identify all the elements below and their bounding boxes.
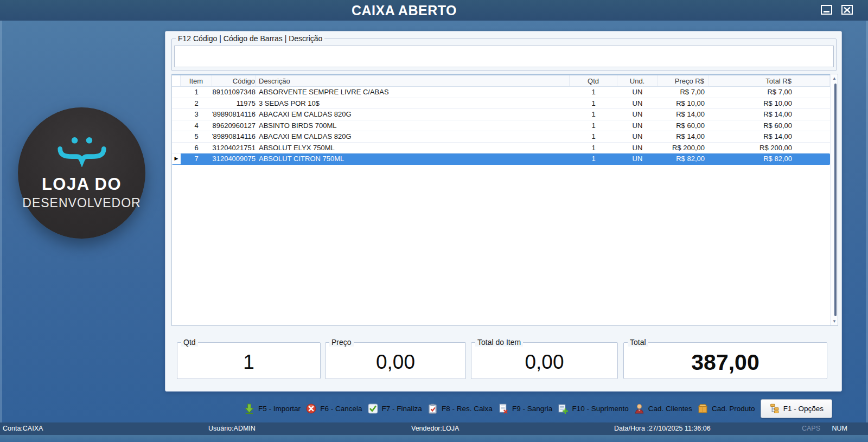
cell-codigo: 731204009075 bbox=[212, 153, 256, 164]
box-icon bbox=[698, 403, 708, 414]
table-row[interactable]: 1789101097348ABSORVENTE SEMPRE LIVRE C/A… bbox=[172, 87, 830, 98]
f7-finaliza-button[interactable]: F7 - Finaliza bbox=[368, 403, 422, 414]
table-row[interactable]: 3789890814116ABACAXI EM CALDAS 820G1UNR$… bbox=[172, 109, 830, 120]
cad-produto-button[interactable]: Cad. Produto bbox=[698, 403, 755, 414]
close-icon[interactable] bbox=[841, 5, 853, 15]
table-row[interactable]: 2119753 SEDAS POR 10$1UNR$ 10,00R$ 10,00 bbox=[172, 98, 830, 110]
items-grid-body: 1789101097348ABSORVENTE SEMPRE LIVRE C/A… bbox=[172, 87, 830, 325]
cell-descricao: ABSINTO BIRDS 700ML bbox=[256, 120, 570, 131]
window-frame-right bbox=[866, 21, 868, 442]
cell-und: UN bbox=[617, 131, 658, 142]
function-toolbar: F5 - ImportarF6 - CancelaF7 - FinalizaF8… bbox=[244, 398, 832, 419]
pos-window: CAIXA ABERTO LOJA DO DESENVOLVEDOR F12 C… bbox=[0, 0, 868, 442]
cell-preco: R$ 200,00 bbox=[658, 143, 709, 153]
barcode-search-input[interactable] bbox=[174, 46, 834, 67]
grand-total-value: 387,00 bbox=[624, 343, 827, 379]
doc-add-icon bbox=[558, 403, 568, 414]
row-indicator bbox=[172, 143, 181, 153]
cell-item: 5 bbox=[181, 131, 212, 142]
cell-preco: R$ 14,00 bbox=[658, 109, 709, 120]
window-frame-left bbox=[0, 21, 2, 442]
import-icon bbox=[244, 403, 254, 414]
cell-qtd: 1 bbox=[570, 98, 617, 109]
cell-und: UN bbox=[617, 109, 658, 120]
cell-preco: R$ 60,00 bbox=[658, 120, 709, 131]
cell-item: 7 bbox=[181, 153, 212, 164]
toolbar-button-label: F9 - Sangria bbox=[512, 405, 552, 413]
column-header-descricao[interactable]: Descrição bbox=[256, 75, 570, 86]
f10-suprimento-button[interactable]: F10 - Suprimento bbox=[558, 403, 628, 414]
f9-sangria-button[interactable]: F9 - Sangria bbox=[498, 403, 552, 414]
clipboard-icon bbox=[427, 403, 438, 414]
column-header-qtd[interactable]: Qtd bbox=[570, 75, 617, 86]
logo-text-primary: LOJA DO bbox=[42, 175, 122, 194]
table-row[interactable]: 6731204021751ABSOLUT ELYX 750ML1UNR$ 200… bbox=[172, 143, 830, 154]
table-row[interactable]: 4789620960127ABSINTO BIRDS 700ML1UNR$ 60… bbox=[172, 120, 830, 132]
cell-descricao: ABACAXI EM CALDAS 820G bbox=[256, 131, 570, 142]
column-header-total[interactable]: Total R$ bbox=[709, 75, 830, 86]
cell-preco: R$ 10,00 bbox=[658, 98, 709, 109]
cell-und: UN bbox=[617, 143, 658, 153]
cell-descricao: ABACAXI EM CALDAS 820G bbox=[256, 109, 570, 120]
cell-preco: R$ 14,00 bbox=[658, 131, 709, 142]
cell-und: UN bbox=[617, 87, 658, 98]
cad-clientes-button[interactable]: Cad. Clientes bbox=[634, 403, 692, 414]
cell-item: 2 bbox=[181, 98, 212, 109]
toolbar-button-label: F8 - Res. Caixa bbox=[442, 405, 493, 413]
cell-descricao: ABSOLUT CITRON 750ML bbox=[256, 153, 570, 164]
column-header-und[interactable]: Und. bbox=[617, 75, 658, 86]
cell-codigo: 789890814116 bbox=[212, 131, 256, 142]
selected-row-arrow-icon: ▶ bbox=[175, 156, 178, 161]
cell-codigo: 789890814116 bbox=[212, 109, 256, 120]
row-indicator bbox=[172, 98, 181, 109]
cell-qtd: 1 bbox=[570, 87, 617, 98]
cell-preco: R$ 7,00 bbox=[658, 87, 709, 98]
status-usuario: Usuário:ADMIN bbox=[208, 425, 256, 432]
barcode-search-label: F12 Código | Código de Barras | Descriçã… bbox=[176, 34, 324, 43]
f1-opcoes-button[interactable]: F1 - Opções bbox=[761, 399, 832, 418]
column-header-preco[interactable]: Preço R$ bbox=[658, 75, 709, 86]
cell-qtd: 1 bbox=[570, 120, 617, 131]
f6-cancela-button[interactable]: F6 - Cancela bbox=[306, 403, 362, 414]
f5-importar-button[interactable]: F5 - Importar bbox=[244, 403, 301, 414]
restore-window-icon[interactable] bbox=[821, 5, 832, 15]
cell-codigo: 731204021751 bbox=[212, 143, 256, 153]
f8-res-caixa-button[interactable]: F8 - Res. Caixa bbox=[427, 403, 493, 414]
status-caps-indicator: CAPS bbox=[802, 425, 820, 432]
cell-qtd: 1 bbox=[570, 153, 617, 164]
cell-total: R$ 14,00 bbox=[709, 109, 830, 120]
cell-item: 1 bbox=[181, 87, 212, 98]
cell-preco: R$ 82,00 bbox=[658, 153, 709, 164]
cell-codigo: 789101097348 bbox=[212, 87, 256, 98]
cell-und: UN bbox=[617, 120, 658, 131]
cell-codigo: 789620960127 bbox=[212, 120, 256, 131]
toolbar-button-label: F1 - Opções bbox=[783, 405, 824, 413]
table-row[interactable]: ▶7731204009075ABSOLUT CITRON 750ML1UNR$ … bbox=[172, 153, 830, 165]
column-header-codigo[interactable]: Código bbox=[212, 75, 256, 86]
row-indicator: ▶ bbox=[172, 153, 181, 164]
toolbar-button-label: Cad. Produto bbox=[712, 405, 755, 413]
store-logo: LOJA DO DESENVOLVEDOR bbox=[18, 107, 145, 239]
table-row[interactable]: 5789890814116ABACAXI EM CALDAS 820G1UNR$… bbox=[172, 131, 830, 143]
toolbar-button-label: Cad. Clientes bbox=[648, 405, 692, 413]
cell-total: R$ 82,00 bbox=[709, 153, 830, 164]
cell-item: 6 bbox=[181, 143, 212, 153]
status-conta: Conta:CAIXA bbox=[3, 425, 43, 432]
qty-box: Qtd 1 bbox=[177, 342, 321, 379]
scroll-up-icon[interactable]: ▲ bbox=[831, 76, 838, 81]
toolbar-button-label: F10 - Suprimento bbox=[572, 405, 628, 413]
grand-total-box: Total 387,00 bbox=[623, 342, 827, 379]
row-indicator bbox=[172, 120, 181, 131]
sale-panel: F12 Código | Código de Barras | Descriçã… bbox=[165, 31, 842, 392]
toolbar-button-label: F5 - Importar bbox=[258, 405, 301, 413]
toolbar-button-label: F7 - Finaliza bbox=[382, 405, 422, 413]
vertical-scrollbar[interactable]: ▲ ▼ bbox=[830, 74, 838, 325]
cell-item: 3 bbox=[181, 109, 212, 120]
doc-remove-icon bbox=[498, 403, 508, 414]
row-indicator bbox=[172, 109, 181, 120]
column-header-item[interactable]: Item bbox=[181, 75, 212, 86]
scrollbar-thumb[interactable] bbox=[834, 84, 837, 316]
status-bar: Conta:CAIXA Usuário:ADMIN Vendedor:LOJA … bbox=[0, 422, 868, 435]
cell-qtd: 1 bbox=[570, 131, 617, 142]
scroll-down-icon[interactable]: ▼ bbox=[831, 319, 838, 324]
